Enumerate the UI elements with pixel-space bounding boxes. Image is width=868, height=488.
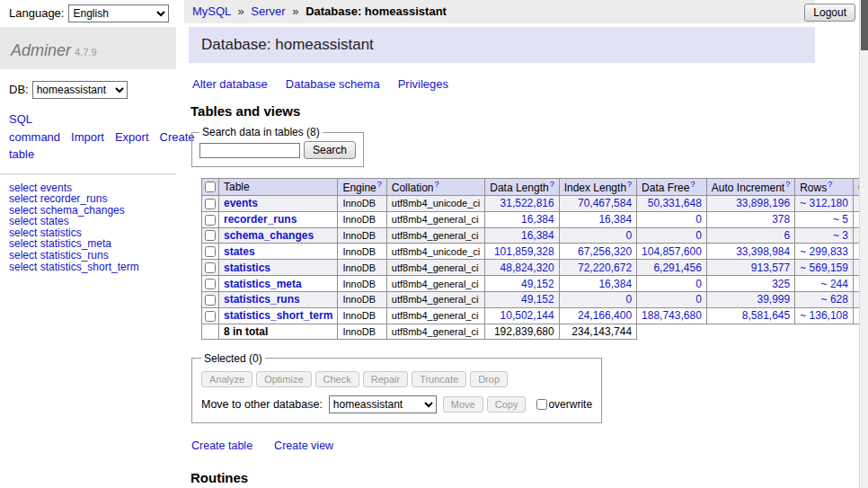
row-checkbox[interactable] bbox=[205, 199, 216, 209]
help-icon[interactable]: ? bbox=[690, 180, 695, 189]
index-length-value[interactable]: 16,384 bbox=[598, 278, 632, 290]
index-length-value[interactable]: 16,384 bbox=[598, 213, 632, 226]
column-header-data-length[interactable]: Data Length? bbox=[485, 179, 559, 196]
table-link-statistics-meta[interactable]: statistics_meta bbox=[224, 278, 302, 290]
data-length-value[interactable]: 49,152 bbox=[521, 278, 554, 290]
row-checkbox[interactable] bbox=[205, 246, 216, 257]
logout-button[interactable]: Logout bbox=[804, 4, 855, 22]
db-action-link-privileges[interactable]: Privileges bbox=[398, 77, 448, 91]
auto-increment-value[interactable]: 913,577 bbox=[751, 262, 790, 274]
sidebar-table-link-select-recorder-runs[interactable]: select recorder_runs bbox=[9, 193, 176, 205]
rows-value[interactable]: ~ 5 bbox=[833, 213, 848, 226]
move-database-select[interactable]: homeassistant bbox=[329, 395, 437, 413]
auto-increment-value[interactable]: 8,581,645 bbox=[742, 309, 790, 322]
check-button[interactable]: Check bbox=[315, 371, 359, 387]
help-icon[interactable]: ? bbox=[377, 180, 382, 189]
rows-value[interactable]: ~ 312,180 bbox=[800, 197, 848, 209]
search-button[interactable]: Search bbox=[304, 141, 356, 159]
select-all-checkbox[interactable] bbox=[205, 182, 216, 192]
help-icon[interactable]: ? bbox=[434, 180, 438, 189]
row-checkbox[interactable] bbox=[205, 311, 216, 322]
search-input[interactable] bbox=[199, 143, 300, 158]
column-header-engine[interactable]: Engine? bbox=[338, 179, 386, 196]
copy-button[interactable]: Copy bbox=[487, 396, 527, 413]
row-checkbox[interactable] bbox=[205, 262, 216, 273]
sidebar-link-export[interactable]: Export bbox=[115, 130, 149, 144]
row-checkbox[interactable] bbox=[205, 279, 216, 289]
column-header-auto-increment[interactable]: Auto Increment? bbox=[706, 179, 794, 196]
index-length-value[interactable]: 24,166,400 bbox=[578, 309, 632, 322]
language-select[interactable]: English bbox=[68, 4, 169, 22]
rows-value[interactable]: ~ 244 bbox=[821, 278, 848, 290]
data-free-value[interactable]: 0 bbox=[695, 278, 702, 290]
vertical-scrollbar[interactable] bbox=[859, 0, 868, 488]
data-length-value[interactable]: 48,824,320 bbox=[500, 262, 554, 274]
rows-value[interactable]: ~ 3 bbox=[833, 229, 848, 242]
column-header-table[interactable]: Table bbox=[219, 179, 338, 196]
breadcrumb-server[interactable]: Server bbox=[251, 4, 285, 18]
auto-increment-value[interactable]: 378 bbox=[772, 213, 790, 226]
data-free-value[interactable]: 0 bbox=[695, 229, 702, 242]
column-header-data-free[interactable]: Data Free? bbox=[637, 179, 707, 196]
db-action-link-database-schema[interactable]: Database schema bbox=[286, 77, 380, 91]
scrollbar-thumb[interactable] bbox=[861, 0, 868, 50]
optimize-button[interactable]: Optimize bbox=[256, 371, 311, 387]
row-checkbox[interactable] bbox=[205, 215, 216, 226]
data-free-value[interactable]: 6,291,456 bbox=[653, 262, 701, 274]
auto-increment-value[interactable]: 33,398,984 bbox=[736, 245, 790, 258]
data-length-value[interactable]: 16,384 bbox=[521, 229, 554, 242]
data-free-value[interactable]: 0 bbox=[695, 293, 702, 306]
data-free-value[interactable]: 188,743,680 bbox=[642, 309, 702, 322]
rows-value[interactable]: ~ 299,833 bbox=[800, 245, 848, 258]
table-link-states[interactable]: states bbox=[224, 245, 255, 258]
db-action-link-alter-database[interactable]: Alter database bbox=[192, 77, 268, 91]
row-checkbox[interactable] bbox=[205, 295, 216, 306]
auto-increment-value[interactable]: 325 bbox=[772, 278, 790, 290]
help-icon[interactable]: ? bbox=[828, 180, 832, 189]
rows-value[interactable]: ~ 136,108 bbox=[800, 309, 848, 322]
auto-increment-value[interactable]: 39,999 bbox=[757, 293, 791, 306]
analyze-button[interactable]: Analyze bbox=[201, 371, 252, 387]
db-select[interactable]: homeassistant bbox=[32, 81, 128, 99]
sidebar-table-link-select-statistics-runs[interactable]: select statistics_runs bbox=[9, 250, 176, 262]
data-length-value[interactable]: 16,384 bbox=[521, 213, 554, 226]
table-link-recorder-runs[interactable]: recorder_runs bbox=[224, 213, 297, 226]
index-length-value[interactable]: 0 bbox=[625, 293, 632, 306]
help-icon[interactable]: ? bbox=[785, 180, 790, 189]
sidebar-link-import[interactable]: Import bbox=[71, 130, 104, 144]
index-length-value[interactable]: 67,256,320 bbox=[578, 245, 632, 258]
table-link-statistics-short-term[interactable]: statistics_short_term bbox=[224, 309, 332, 322]
move-button[interactable]: Move bbox=[443, 396, 483, 413]
data-length-value[interactable]: 49,152 bbox=[521, 293, 554, 306]
table-link-statistics-runs[interactable]: statistics_runs bbox=[224, 293, 300, 306]
row-checkbox[interactable] bbox=[205, 230, 216, 241]
index-length-value[interactable]: 70,467,584 bbox=[578, 197, 632, 209]
repair-button[interactable]: Repair bbox=[363, 371, 408, 387]
breadcrumb-mysql[interactable]: MySQL bbox=[192, 4, 231, 18]
column-header-index-length[interactable]: Index Length? bbox=[559, 179, 636, 196]
auto-increment-value[interactable]: 6 bbox=[784, 229, 791, 242]
data-length-value[interactable]: 101,859,328 bbox=[494, 245, 554, 258]
sidebar-table-link-select-statistics-short-term[interactable]: select statistics_short_term bbox=[9, 262, 176, 273]
auto-increment-value[interactable]: 33,898,196 bbox=[736, 197, 790, 209]
help-icon[interactable]: ? bbox=[627, 180, 632, 189]
index-length-value[interactable]: 72,220,672 bbox=[578, 262, 632, 274]
index-length-value[interactable]: 0 bbox=[625, 229, 632, 242]
data-free-value[interactable]: 104,857,600 bbox=[642, 245, 702, 258]
drop-button[interactable]: Drop bbox=[470, 371, 508, 387]
data-free-value[interactable]: 50,331,648 bbox=[648, 197, 702, 209]
table-link-schema-changes[interactable]: schema_changes bbox=[224, 229, 314, 242]
data-free-value[interactable]: 0 bbox=[695, 213, 702, 226]
create-link-create-view[interactable]: Create view bbox=[274, 439, 333, 452]
truncate-button[interactable]: Truncate bbox=[412, 371, 466, 387]
help-icon[interactable]: ? bbox=[550, 180, 554, 189]
data-length-value[interactable]: 10,502,144 bbox=[500, 309, 554, 322]
sidebar-table-link-select-states[interactable]: select states bbox=[9, 216, 176, 227]
table-link-statistics[interactable]: statistics bbox=[224, 262, 270, 274]
data-length-value[interactable]: 31,522,816 bbox=[500, 197, 554, 209]
rows-value[interactable]: ~ 628 bbox=[821, 293, 848, 306]
table-link-events[interactable]: events bbox=[224, 197, 258, 209]
sidebar-link-sql-command[interactable]: SQL command bbox=[9, 112, 60, 144]
column-header-rows[interactable]: Rows? bbox=[795, 179, 854, 196]
rows-value[interactable]: ~ 569,159 bbox=[800, 262, 848, 274]
